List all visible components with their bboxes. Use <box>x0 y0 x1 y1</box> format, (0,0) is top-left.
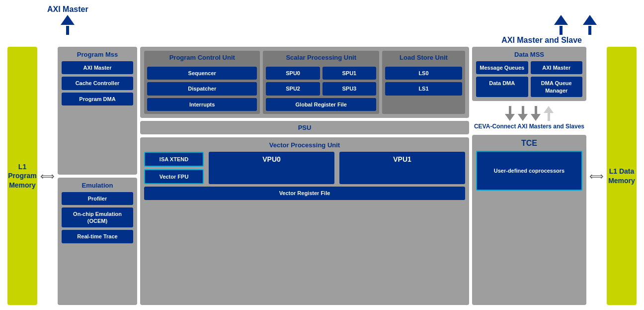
isa-xtend-item: ISA XTEND <box>144 152 204 167</box>
vpu-box: Vector Processing Unit ISA XTEND Vector … <box>140 137 469 305</box>
ceva-arrow-down2 <box>518 106 528 121</box>
ls1-item: LS1 <box>385 82 462 95</box>
right-double-arrow: ⟺ <box>589 47 604 305</box>
left-sidebar: L1 Program Memory <box>7 47 37 305</box>
pcu-box: Program Control Unit Sequencer Dispatche… <box>144 51 260 114</box>
global-reg-file-item: Global Register File <box>266 98 376 111</box>
interrupts-item: Interrupts <box>147 98 257 111</box>
vector-reg-file-item: Vector Register File <box>144 187 465 200</box>
message-queues-item: Message Queues <box>476 61 528 74</box>
arrow-line <box>66 26 69 35</box>
vpu0-item: VPU0 <box>209 152 334 185</box>
axi-slave-header <box>554 5 597 35</box>
cache-controller-item: Cache Controller <box>62 77 133 90</box>
right-sidebar: L1 Data Memory <box>607 47 637 305</box>
program-mss-box: Program Mss AXI Master Cache Controller … <box>58 47 137 175</box>
vpu1-item: VPU1 <box>339 152 465 185</box>
arrow-tri <box>544 106 554 113</box>
ceva-arrow-down1 <box>505 106 515 121</box>
axi-master-header: AXI Master <box>47 5 88 35</box>
dma-queue-manager-item: DMA Queue Manager <box>531 77 583 97</box>
vpu-content: ISA XTEND Vector FPU VPU0 VPU1 <box>144 152 465 185</box>
psu-row: PSU <box>140 121 469 134</box>
arrow-up-icon <box>583 15 597 25</box>
ceva-arrows <box>505 106 554 121</box>
spu3-item: SPU3 <box>322 82 376 95</box>
arrow-line <box>509 106 511 114</box>
left-double-arrow: ⟺ <box>40 47 55 305</box>
vpu-left-items: ISA XTEND Vector FPU <box>144 152 204 185</box>
arrow-tri <box>505 114 515 121</box>
spu1-item: SPU1 <box>322 67 376 80</box>
program-mss-title: Program Mss <box>62 51 133 58</box>
spu-top-row: SPU0 SPU1 <box>266 67 376 80</box>
arrow-line <box>535 106 537 114</box>
left-col: Program Mss AXI Master Cache Controller … <box>58 47 137 305</box>
ceva-connect-label: CEVA-Connect AXI Masters and Slaves <box>474 123 584 130</box>
axi-master-arrow <box>61 15 75 35</box>
axi-master-item: AXI Master <box>62 61 133 74</box>
lsu-title: Load Store Unit <box>385 54 462 61</box>
emulation-title: Emulation <box>62 182 133 189</box>
arrow-tri <box>531 114 541 121</box>
ceva-arrow-up <box>544 106 554 121</box>
realtime-trace-item: Real-time Trace <box>62 230 133 243</box>
program-mss-items: AXI Master Cache Controller Program DMA <box>62 61 133 105</box>
sequencer-item: Sequencer <box>147 67 257 80</box>
data-mss-items: Message Queues AXI Master Data DMA DMA Q… <box>476 61 582 97</box>
main-container: AXI Master AXI Master and Slave L1 Progr… <box>0 0 644 310</box>
pcu-title: Program Control Unit <box>147 54 257 61</box>
spu-box: Scalar Processing Unit SPU0 SPU1 SPU2 SP… <box>263 51 379 114</box>
middle-col: Program Control Unit Sequencer Dispatche… <box>140 47 469 305</box>
arrow-tri <box>518 114 528 121</box>
axi-slave-arrow1 <box>554 15 568 35</box>
tce-item-label: User-defined coprocessors <box>494 167 564 174</box>
spu0-item: SPU0 <box>266 67 320 80</box>
spu-title: Scalar Processing Unit <box>266 54 376 61</box>
arrow-up-icon <box>554 15 568 25</box>
spu-mid-row: SPU2 SPU3 <box>266 82 376 95</box>
axi-master-slave-label: AXI Master and Slave <box>501 36 582 45</box>
program-dma-item: Program DMA <box>62 93 133 105</box>
ceva-connect-area: CEVA-Connect AXI Masters and Slaves <box>472 104 586 132</box>
emulation-box: Emulation Profiler On-chip Emulation (OC… <box>58 178 137 306</box>
tce-item: User-defined coprocessors <box>476 151 582 191</box>
profiler-item: Profiler <box>62 192 133 205</box>
psu-label: PSU <box>298 124 312 131</box>
data-mss-box: Data MSS Message Queues AXI Master Data … <box>472 47 586 101</box>
ocem-item: On-chip Emulation (OCEM) <box>62 207 133 228</box>
content-row: L1 Program Memory ⟺ Program Mss AXI Mast… <box>7 47 637 305</box>
data-mss-title: Data MSS <box>476 51 582 58</box>
vector-fpu-item: Vector FPU <box>144 169 204 184</box>
dispatcher-item: Dispatcher <box>147 82 257 95</box>
tce-box: TCE User-defined coprocessors <box>472 135 586 305</box>
ls0-item: LS0 <box>385 67 462 80</box>
arrow-line <box>522 106 524 114</box>
middle-top-row: Program Control Unit Sequencer Dispatche… <box>144 51 465 114</box>
arrow-line <box>588 26 591 35</box>
right-col: Data MSS Message Queues AXI Master Data … <box>472 47 586 305</box>
data-dma-item: Data DMA <box>476 77 528 97</box>
vpu-title: Vector Processing Unit <box>144 141 465 149</box>
arrow-up-icon <box>61 15 75 25</box>
header-area: AXI Master <box>7 5 637 35</box>
ceva-arrow-down3 <box>531 106 541 121</box>
lsu-box: Load Store Unit LS0 LS1 <box>382 51 465 114</box>
axi-slave-arrow2 <box>583 15 597 35</box>
axi-slave-label-row: AXI Master and Slave <box>7 36 637 45</box>
spu2-item: SPU2 <box>266 82 320 95</box>
tce-title: TCE <box>476 139 582 148</box>
emulation-items: Profiler On-chip Emulation (OCEM) Real-t… <box>62 192 133 243</box>
axi-master-data-item: AXI Master <box>531 61 583 74</box>
arrow-line <box>548 113 550 121</box>
axi-master-label: AXI Master <box>47 5 88 14</box>
arrow-line <box>560 26 563 35</box>
top-middle-box: Program Control Unit Sequencer Dispatche… <box>140 47 469 118</box>
